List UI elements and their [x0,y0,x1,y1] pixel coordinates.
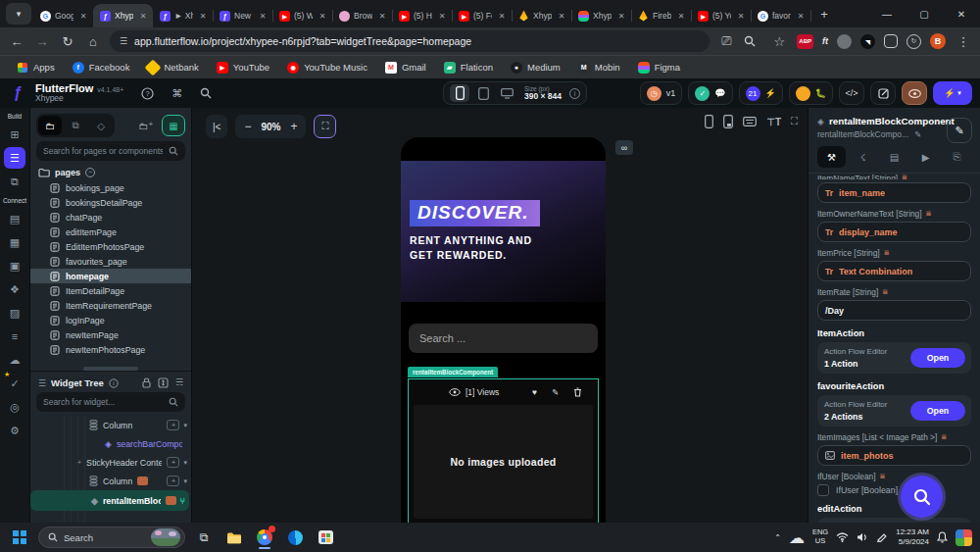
debug-badge[interactable]: 🐛 [789,81,833,105]
add-app-icon[interactable]: ⊞ [4,124,25,145]
bookmark-item[interactable]: ▶YouTube [210,60,276,75]
zoom-out-icon[interactable]: − [244,120,251,133]
open-action-flow-button[interactable]: Open [910,401,965,421]
data-schema-icon[interactable]: ▦ [4,231,25,253]
tab-close-icon[interactable]: ✕ [496,10,508,22]
device-tablet-button[interactable] [473,84,493,102]
home-icon[interactable]: ⌂ [84,34,102,49]
extension-dark-icon[interactable]: ◥ [860,34,875,49]
phone-preview[interactable]: DISCOVER. RENT ANYTHING AND GET REWARDED… [401,137,606,523]
file-explorer-button[interactable] [222,526,246,549]
back-icon[interactable]: ← [8,34,25,49]
grid-view-icon[interactable]: ▦ [162,115,185,136]
item-photos-field[interactable]: item_photos [817,445,971,466]
app-checks-icon[interactable]: ✓★ [4,373,25,394]
browser-tab[interactable]: ▶(5) Fe✕ [452,4,512,27]
browser-tab[interactable]: ▶(5) W✕ [272,4,332,27]
app-values-icon[interactable]: ▣ [4,255,25,276]
theme-icon[interactable]: ◎ [4,396,25,418]
browser-tab[interactable]: Gfavor✕ [751,4,810,27]
edit-component-button[interactable]: ✎ [947,118,972,143]
start-button[interactable] [8,526,31,549]
window-minimize-button[interactable]: — [868,0,906,27]
forward-icon[interactable]: → [33,34,51,49]
add-folder-icon[interactable]: 🗀⁺ [134,115,158,136]
rental-item-block[interactable]: [1] Views ♥ ✎ No images uploaded [408,378,599,523]
keyboard-icon[interactable] [743,117,757,126]
database-icon[interactable]: ▤ [4,208,25,229]
widget-tree-row[interactable]: +StickyHeader Content+▾ [30,453,191,472]
browser-tab[interactable]: ƒ► Xh✕ [153,4,213,27]
search-icon[interactable] [200,87,212,99]
bookmark-item[interactable]: MGmail [378,60,433,75]
store-taskbar-button[interactable] [314,526,337,549]
flutterflow-extension-icon[interactable]: ft [822,36,828,46]
zoom-to-fit-fab[interactable] [901,476,943,518]
branch-node-icon[interactable]: ⑂ [180,496,185,506]
tab-close-icon[interactable]: ✕ [317,10,328,22]
tab-close-icon[interactable]: ✕ [735,10,747,22]
page-list-item[interactable]: bookings_page [30,180,191,195]
size-info-icon[interactable]: i [569,88,580,99]
language-indicator[interactable]: ENGUS [812,528,828,545]
page-list-item[interactable]: logInPage [30,313,191,327]
tab-close-icon[interactable]: ✕ [257,10,269,22]
integrations-icon[interactable]: ❖ [4,278,25,300]
notifications-bell-icon[interactable] [937,531,948,543]
bookmark-item[interactable]: ▰Flaticon [437,60,500,75]
browser-tab[interactable]: GGoog✕ [33,4,93,27]
bookmark-item[interactable]: ◉YouTube Music [280,60,374,75]
favourite-heart-icon[interactable]: ♥ [532,387,537,397]
browser-menu-icon[interactable]: ⋮ [955,34,972,49]
settings-gear-icon[interactable]: ⚙ [4,420,25,441]
tab-actions[interactable]: ☇ [849,146,877,168]
page-list-item[interactable]: chatPage [30,210,191,225]
wifi-icon[interactable] [836,532,849,542]
tab-close-icon[interactable]: ✕ [376,10,388,22]
browser-tab[interactable]: Brow✕ [332,4,392,27]
widget-tree-row[interactable]: Column+▾ [30,472,191,490]
url-bar[interactable]: ☰ app.flutterflow.io/project/xhypee-n6rp… [110,30,710,52]
rename-pencil-icon[interactable]: ✎ [914,129,921,139]
tab-close-icon[interactable]: ✕ [675,10,687,22]
canvas-settings-icon[interactable]: ⛶ [314,115,336,138]
expand-plus-icon[interactable]: + [77,459,81,466]
chevron-down-icon[interactable]: ▾ [183,422,187,429]
open-action-flow-button[interactable]: Open [910,348,965,368]
pages-tab[interactable]: 🗀 [38,116,62,135]
price-field[interactable]: Tr Text Combination [817,261,971,281]
page-selector-icon[interactable]: ☰ [4,147,25,169]
design-canvas[interactable]: |< − 90% + ⛶ ⊤T ⛶ [191,108,808,523]
view-code-button[interactable]: </> [839,81,864,105]
window-close-button[interactable]: ✕ [943,0,980,27]
issues-badge[interactable]: 21 ⚡ [739,81,783,105]
bookmark-item[interactable]: ●Medium [504,60,567,75]
text-scale-icon[interactable]: ⊤T [766,117,781,127]
tab-documentation[interactable]: ⎘ [943,146,971,168]
onedrive-cloud-icon[interactable]: ☁ [789,528,805,547]
device-frame-icon[interactable] [723,115,733,128]
tray-chevron-icon[interactable]: ⌃ [774,533,781,542]
tab-close-icon[interactable]: ✕ [77,10,89,22]
bookmark-item[interactable]: Netbank [140,60,205,75]
browser-tab[interactable]: ▶(5) H✕ [392,4,452,27]
run-button[interactable]: ⚡▾ [933,81,972,105]
edge-taskbar-button[interactable] [283,526,307,549]
zoom-in-icon[interactable]: + [290,120,297,133]
page-list-item[interactable]: newItemPhotosPage [30,342,191,357]
zoom-icon[interactable] [744,35,761,47]
bookmark-item[interactable]: Figma [631,60,687,75]
site-info-icon[interactable]: ☰ [120,36,126,46]
components-icon[interactable]: ⧉ [4,171,25,192]
canvas-phone-icon[interactable] [705,115,713,128]
widget-tree-row[interactable]: ◈searchBarComponent [30,434,191,453]
url-text[interactable]: app.flutterflow.io/project/xhypee-n6rpjd… [134,35,471,47]
new-tab-button[interactable]: + [814,4,834,24]
lock-icon[interactable] [142,377,151,388]
tab-list[interactable]: ▤ [880,146,908,168]
command-palette-icon[interactable]: ⌘ [172,87,182,100]
add-child-icon[interactable]: + [167,476,179,486]
widget-search-input[interactable]: Search for widget... [36,392,185,412]
page-list-item[interactable]: editItemPage [30,225,191,239]
tab-animations[interactable]: ▶ [911,146,940,168]
